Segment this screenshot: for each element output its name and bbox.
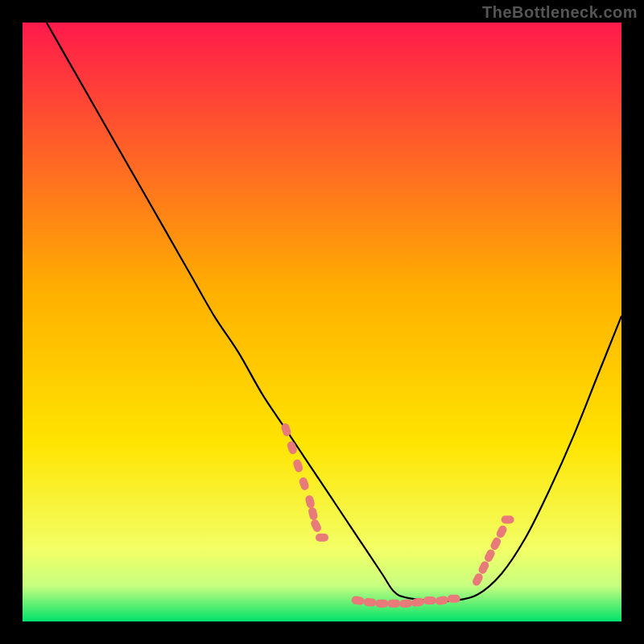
chart-container: TheBottleneck.com [0, 0, 644, 644]
marker-dot [448, 595, 460, 603]
chart-svg [23, 23, 621, 621]
marker-dot [502, 516, 514, 524]
watermark-label: TheBottleneck.com [482, 3, 638, 22]
plot-area [23, 23, 621, 621]
marker-dot [387, 600, 400, 608]
gradient-background [23, 23, 621, 621]
marker-dot [375, 600, 388, 608]
marker-dot [316, 534, 328, 542]
marker-dot [423, 597, 436, 605]
